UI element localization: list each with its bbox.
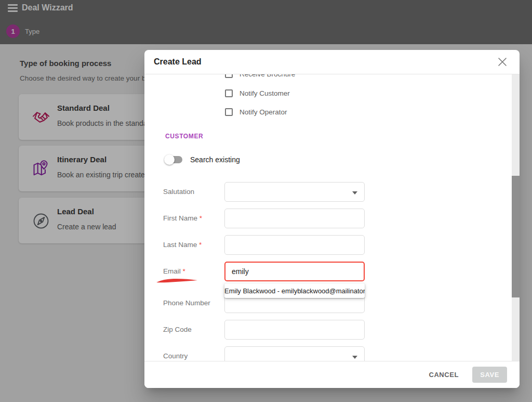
screen: Deal Wizzard 1 Type Type of booking proc… bbox=[0, 0, 532, 402]
suggestion-text: Emily Blackwood - emilyblackwood@mailina… bbox=[224, 287, 365, 295]
email-label: Email * bbox=[163, 267, 185, 275]
first-name-field[interactable] bbox=[224, 209, 365, 228]
last-name-label: Last Name * bbox=[163, 241, 202, 249]
dialog-body: Receive Brochure Notify Customer Notify … bbox=[144, 74, 520, 361]
country-label: Country bbox=[163, 352, 188, 360]
dialog-footer: CANCEL SAVE bbox=[144, 361, 520, 388]
salutation-row: Salutation bbox=[144, 182, 520, 202]
checkbox-label: Notify Operator bbox=[240, 108, 287, 116]
checkbox-icon bbox=[225, 74, 233, 78]
dialog-header: Create Lead bbox=[144, 50, 520, 74]
create-lead-dialog: Create Lead Receive Brochure Notify Cust… bbox=[144, 50, 520, 388]
chevron-down-icon bbox=[352, 191, 357, 194]
checkbox-icon bbox=[225, 108, 233, 116]
email-suggestion-item[interactable]: Emily Blackwood - emilyblackwood@mailina… bbox=[224, 283, 365, 298]
close-icon[interactable] bbox=[497, 56, 508, 68]
salutation-label: Salutation bbox=[163, 188, 194, 196]
save-button[interactable]: SAVE bbox=[472, 367, 507, 383]
toggle-label: Search existing bbox=[190, 155, 240, 164]
country-row: Country bbox=[144, 346, 520, 361]
first-name-row: First Name * bbox=[144, 209, 520, 228]
checkbox-notify-customer[interactable]: Notify Customer bbox=[225, 88, 290, 98]
first-name-label: First Name * bbox=[163, 214, 202, 222]
country-select[interactable] bbox=[224, 346, 365, 361]
zip-field[interactable] bbox=[224, 320, 365, 340]
search-existing-toggle[interactable]: Search existing bbox=[165, 154, 240, 165]
chevron-down-icon bbox=[352, 356, 357, 359]
phone-label: Phone Number bbox=[163, 299, 210, 307]
scrollbar-thumb[interactable] bbox=[512, 176, 520, 297]
cancel-button[interactable]: CANCEL bbox=[423, 367, 464, 383]
email-field[interactable] bbox=[224, 262, 365, 281]
customer-section-label: CUSTOMER bbox=[165, 133, 203, 140]
last-name-field[interactable] bbox=[224, 235, 365, 255]
checkbox-label: Receive Brochure bbox=[240, 74, 295, 78]
dialog-title: Create Lead bbox=[154, 57, 202, 67]
checkbox-label: Notify Customer bbox=[240, 89, 290, 97]
zip-label: Zip Code bbox=[163, 326, 192, 333]
checkbox-receive-brochure[interactable]: Receive Brochure bbox=[225, 74, 295, 79]
checkbox-notify-operator[interactable]: Notify Operator bbox=[225, 107, 287, 117]
email-row: Email * bbox=[144, 262, 520, 281]
toggle-icon bbox=[165, 156, 182, 163]
salutation-select[interactable] bbox=[224, 182, 365, 202]
zip-row: Zip Code bbox=[144, 320, 520, 340]
last-name-row: Last Name * bbox=[144, 235, 520, 255]
dialog-scrollbar bbox=[512, 74, 520, 361]
checkbox-icon bbox=[225, 89, 233, 97]
